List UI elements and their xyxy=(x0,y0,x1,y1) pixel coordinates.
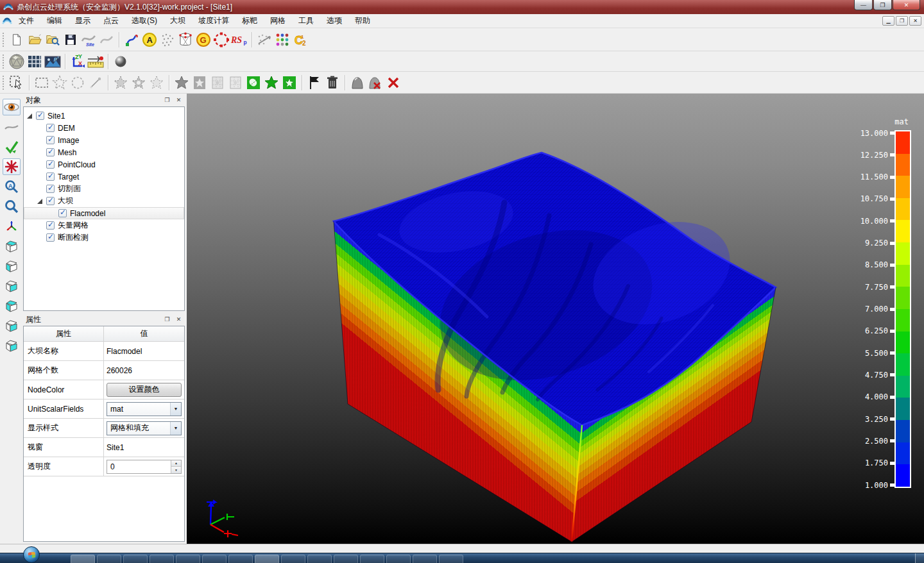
set-color-button[interactable]: 设置颜色 xyxy=(107,383,182,397)
taskbar-item[interactable] xyxy=(360,555,384,563)
menu-mesh[interactable]: 网格 xyxy=(264,14,292,28)
save-button[interactable] xyxy=(62,31,80,49)
mdi-close-button[interactable]: ✕ xyxy=(909,16,921,26)
box-grid-b-button[interactable] xyxy=(227,74,244,92)
menu-help[interactable]: 帮助 xyxy=(348,14,377,28)
view-window-value[interactable]: Site1 xyxy=(104,438,184,457)
dome-x-button[interactable] xyxy=(366,74,384,92)
sphere-mesh-button[interactable] xyxy=(8,53,26,71)
view-cube-6-icon[interactable] xyxy=(3,337,21,354)
spin-down-icon[interactable]: ▼ xyxy=(171,467,181,473)
menu-slope-calc[interactable]: 坡度计算 xyxy=(192,14,235,28)
tree-item-flacmodel[interactable]: Flacmodel xyxy=(24,207,184,219)
green-box-b-button[interactable] xyxy=(280,74,298,92)
axes-zyx-button[interactable]: ZYX xyxy=(69,53,87,71)
view-cube-1-icon[interactable] xyxy=(3,238,21,255)
star-select-b-button[interactable] xyxy=(130,74,148,92)
taskbar-item[interactable] xyxy=(71,555,95,563)
letter-g-badge-button[interactable]: G xyxy=(194,31,212,49)
tree-item-image[interactable]: Image xyxy=(24,134,184,146)
taskbar-item[interactable] xyxy=(202,555,227,563)
red-x-button[interactable] xyxy=(384,74,402,92)
checkbox[interactable] xyxy=(46,185,55,193)
color-dots-grid-button[interactable] xyxy=(273,31,291,49)
circle-select-button[interactable] xyxy=(69,74,87,92)
view-cube-2-icon[interactable] xyxy=(3,258,21,274)
red-asterisk-icon[interactable] xyxy=(3,158,21,175)
taskbar-item[interactable] xyxy=(255,555,279,563)
line-select-button[interactable] xyxy=(87,74,105,92)
expander-icon[interactable] xyxy=(37,199,42,204)
star-select-a-button[interactable] xyxy=(112,74,130,92)
zoom-icon[interactable] xyxy=(3,198,21,215)
title-bar[interactable]: 鼎创点云处理系统（安全监测）V2.1.0[32]-work.project - … xyxy=(0,0,924,14)
checkbox[interactable] xyxy=(46,197,55,205)
tree-item-dam[interactable]: 大坝 xyxy=(24,195,184,207)
menu-target[interactable]: 标靶 xyxy=(235,14,264,28)
panel-close-icon[interactable]: ✕ xyxy=(174,315,184,324)
transparency-spinner[interactable]: 0▲▼ xyxy=(107,460,182,474)
menu-edit[interactable]: 编辑 xyxy=(40,14,69,28)
taskbar-item[interactable] xyxy=(334,555,358,563)
mdi-restore-button[interactable]: ❐ xyxy=(896,16,908,26)
checkbox[interactable] xyxy=(46,136,55,144)
tree-item-mesh[interactable]: Mesh xyxy=(24,146,184,158)
spin-up-icon[interactable]: ▲ xyxy=(171,460,181,467)
toolbar-grip[interactable] xyxy=(2,54,5,69)
dome-button[interactable] xyxy=(348,74,366,92)
menu-options[interactable]: 选项 xyxy=(320,14,348,28)
rect-select-button[interactable] xyxy=(33,74,51,92)
objects-panel-header[interactable]: 对象 ❐ ✕ xyxy=(22,94,187,106)
curve-icon[interactable] xyxy=(3,119,21,135)
view-cube-5-icon[interactable] xyxy=(3,317,21,334)
display-style-dropdown[interactable]: 网格和填充▼ xyxy=(107,421,182,435)
star-box-button[interactable] xyxy=(191,74,209,92)
checkbox[interactable] xyxy=(46,124,55,132)
taskbar-item[interactable] xyxy=(439,555,463,563)
tree-item-vectorgrid[interactable]: 矢量网格 xyxy=(24,219,184,231)
panel-float-icon[interactable]: ❐ xyxy=(162,96,172,105)
letter-a-badge-button[interactable]: A xyxy=(141,31,158,49)
checkbox[interactable] xyxy=(36,112,44,120)
ruler-point-button[interactable] xyxy=(87,53,105,71)
cylinder-points-button[interactable] xyxy=(176,31,194,49)
taskbar-item[interactable] xyxy=(228,555,253,563)
green-check-icon[interactable] xyxy=(3,139,21,155)
start-button[interactable] xyxy=(23,546,40,563)
close-button[interactable]: ✕ xyxy=(893,0,920,10)
polygon-select-button[interactable] xyxy=(51,74,69,92)
taskbar-item[interactable] xyxy=(413,555,437,563)
green-box-a-button[interactable] xyxy=(244,74,262,92)
taskbar-item[interactable] xyxy=(307,555,332,563)
axes-rgb-icon[interactable] xyxy=(3,218,21,235)
panel-close-icon[interactable]: ✕ xyxy=(174,96,184,105)
toolbar-grip[interactable] xyxy=(2,32,5,47)
menu-file[interactable]: 文件 xyxy=(12,14,40,28)
image-p2-button[interactable]: p² xyxy=(44,53,62,71)
menu-select[interactable]: 选取(S) xyxy=(125,14,164,28)
checkbox[interactable] xyxy=(58,209,67,217)
eye-icon[interactable] xyxy=(3,99,21,115)
menu-pointcloud[interactable]: 点云 xyxy=(97,14,125,28)
site-curve-button[interactable]: Site xyxy=(80,31,98,49)
tree-item-cutplane[interactable]: 切割面 xyxy=(24,183,184,195)
menu-display[interactable]: 显示 xyxy=(69,14,97,28)
checkbox[interactable] xyxy=(46,221,55,230)
box-grid-a-button[interactable] xyxy=(209,74,227,92)
taskbar-item[interactable] xyxy=(281,555,305,563)
star-select-c-button[interactable] xyxy=(148,74,166,92)
green-star-button[interactable] xyxy=(262,74,280,92)
expander-icon[interactable] xyxy=(27,113,32,119)
checkbox[interactable] xyxy=(46,172,55,181)
menu-tools[interactable]: 工具 xyxy=(292,14,320,28)
show-desktop-button[interactable] xyxy=(915,553,924,563)
select-cursor-button[interactable] xyxy=(8,74,26,92)
open-project-button[interactable] xyxy=(26,31,44,49)
grid-table-button[interactable] xyxy=(26,53,44,71)
checkbox[interactable] xyxy=(46,148,55,156)
scatter-arrow-button[interactable] xyxy=(255,31,273,49)
restore-button[interactable]: ❐ xyxy=(873,0,892,10)
checkbox[interactable] xyxy=(46,233,55,242)
new-file-button[interactable] xyxy=(8,31,26,49)
tree-item-site1[interactable]: Site1 xyxy=(24,110,184,122)
